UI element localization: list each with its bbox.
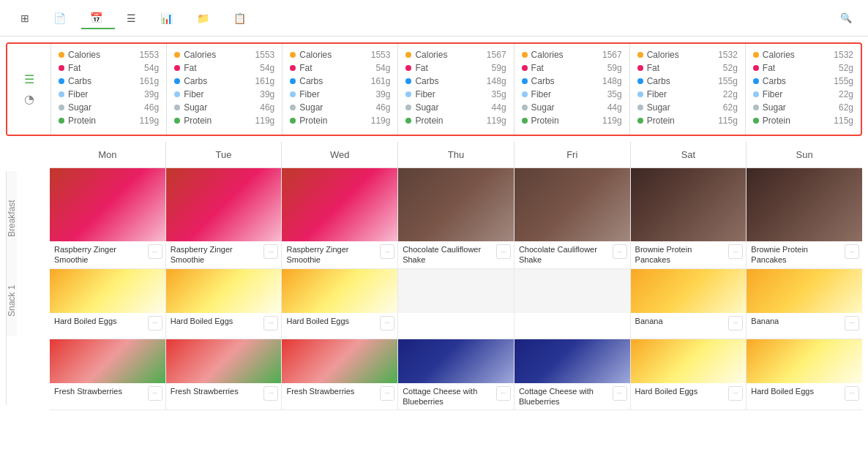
nutrition-row: Calories 1553	[290, 50, 390, 60]
food-name-row: Fresh Strawberries···	[166, 383, 282, 405]
nav-collections[interactable]: 📁	[188, 8, 222, 29]
sugar-label: Sugar	[68, 102, 141, 113]
food-menu-button[interactable]: ···	[845, 244, 859, 259]
protein-value: 119g	[255, 116, 275, 126]
protein-label: Protein	[531, 116, 599, 126]
fiber-dot	[59, 91, 64, 97]
nav-planner[interactable]: 📅	[81, 7, 115, 29]
food-menu-button[interactable]: ···	[845, 386, 859, 401]
sugar-label: Sugar	[415, 102, 487, 113]
food-menu-button[interactable]: ···	[380, 244, 394, 259]
nutrition-row: Calories 1532	[637, 50, 738, 60]
nav-dashboard[interactable]: ⊞	[12, 8, 42, 29]
sugar-value: 44g	[607, 102, 622, 113]
calories-label: Calories	[68, 50, 135, 60]
food-menu-button[interactable]: ···	[728, 386, 743, 401]
meal-cell	[515, 269, 631, 339]
nutrition-row: Carbs 155g	[753, 76, 853, 86]
food-name-row: Fresh Strawberries···	[282, 383, 397, 405]
snack1-label: Snack 1	[6, 266, 17, 336]
protein-dot	[174, 118, 180, 124]
fat-value: 59g	[607, 63, 622, 73]
nutrition-col-4: Calories 1567 Fat 59g Carbs 148g Fiber 3…	[515, 44, 630, 135]
nutrition-col-0: Calories 1553 Fat 54g Carbs 161g Fiber 3…	[51, 44, 167, 135]
carbs-value: 161g	[371, 76, 391, 86]
food-menu-button[interactable]: ···	[728, 244, 743, 259]
nutrition-row: Sugar 44g	[522, 102, 622, 113]
food-image	[166, 168, 282, 241]
meal-cell: Banana···	[747, 269, 862, 339]
meal-cell	[398, 269, 515, 339]
meal-cell: Banana···	[631, 269, 747, 339]
food-image	[50, 339, 165, 383]
food-name-row: Raspberry Zinger Smoothie···	[50, 241, 165, 268]
food-menu-button[interactable]: ···	[148, 386, 162, 401]
planner-icon: 📅	[90, 12, 102, 23]
food-menu-button[interactable]: ···	[148, 244, 162, 259]
day-header-tue: Tue	[166, 142, 283, 167]
carbs-dot	[637, 78, 643, 84]
food-image	[50, 269, 165, 313]
calories-dot	[290, 52, 296, 58]
list-view-icon[interactable]: ☰	[24, 72, 34, 86]
calories-value: 1567	[602, 50, 622, 60]
nutrition-row: Calories 1553	[174, 50, 274, 60]
search-button[interactable]: 🔍	[836, 8, 856, 28]
nutrition-row: Protein 115g	[753, 116, 853, 126]
food-menu-button[interactable]: ···	[263, 244, 278, 259]
food-image	[282, 168, 397, 241]
food-menu-button[interactable]: ···	[148, 316, 162, 331]
food-menu-button[interactable]: ···	[380, 316, 394, 331]
chart-icon[interactable]: ◔	[24, 92, 34, 106]
meal-cell: Cottage Cheese with Blueberries···	[515, 339, 631, 410]
food-name-row: Hard Boiled Eggs···	[747, 383, 862, 405]
nutrition-row: Fat 54g	[290, 63, 390, 73]
nav-lists[interactable]: ☰	[118, 8, 149, 29]
fiber-dot	[174, 91, 180, 97]
fiber-value: 22g	[839, 89, 853, 99]
food-menu-button[interactable]: ···	[496, 386, 511, 401]
nutrition-row: Carbs 148g	[522, 76, 622, 86]
nutrition-row: Sugar 46g	[174, 102, 274, 113]
food-menu-button[interactable]: ···	[728, 316, 743, 331]
fiber-dot	[405, 91, 411, 97]
carbs-label: Carbs	[763, 76, 830, 86]
fiber-label: Fiber	[763, 89, 835, 99]
sugar-dot	[405, 105, 411, 110]
nutrition-row: Protein 119g	[174, 116, 274, 126]
meal-cell: Hard Boiled Eggs···	[747, 339, 862, 410]
protein-value: 119g	[487, 116, 506, 126]
sugar-label: Sugar	[184, 102, 256, 113]
food-name-row: Hard Boiled Eggs···	[631, 383, 747, 405]
nutrition-row: Fiber 35g	[522, 89, 622, 99]
nutrition-sidebar: ☰ ◔	[7, 44, 51, 135]
carbs-label: Carbs	[531, 76, 599, 86]
snack1-row: Hard Boiled Eggs···Hard Boiled Eggs···Ha…	[50, 269, 862, 339]
food-name: Banana	[635, 316, 729, 326]
food-menu-button[interactable]: ···	[380, 386, 394, 401]
food-menu-button[interactable]: ···	[263, 386, 278, 401]
nav-programs[interactable]: 📊	[151, 8, 185, 29]
fat-label: Fat	[531, 63, 604, 73]
food-name: Fresh Strawberries	[171, 386, 264, 396]
food-menu-button[interactable]: ···	[613, 244, 627, 259]
food-menu-button[interactable]: ···	[496, 244, 511, 259]
nutrition-row: Protein 119g	[59, 116, 159, 126]
nav-recipe-box[interactable]: 📋	[225, 8, 258, 29]
food-menu-button[interactable]: ···	[613, 386, 627, 401]
food-menu-button[interactable]: ···	[263, 316, 278, 331]
food-name-row: Banana···	[747, 313, 862, 335]
carbs-label: Carbs	[299, 76, 367, 86]
food-image	[515, 339, 630, 383]
day-headers-row: MonTueWedThuFriSatSun	[50, 142, 862, 168]
calories-label: Calories	[299, 50, 367, 60]
carbs-value: 155g	[834, 76, 853, 86]
nutrition-col-2: Calories 1553 Fat 54g Carbs 161g Fiber 3…	[283, 44, 398, 135]
fiber-dot	[522, 91, 528, 97]
food-menu-button[interactable]: ···	[845, 316, 859, 331]
nav-recipes[interactable]: 📄	[45, 8, 78, 29]
food-image	[747, 339, 862, 383]
carbs-value: 161g	[255, 76, 275, 86]
food-name: Chocolate Cauliflower Shake	[403, 244, 496, 265]
food-name: Chocolate Cauliflower Shake	[519, 244, 613, 265]
